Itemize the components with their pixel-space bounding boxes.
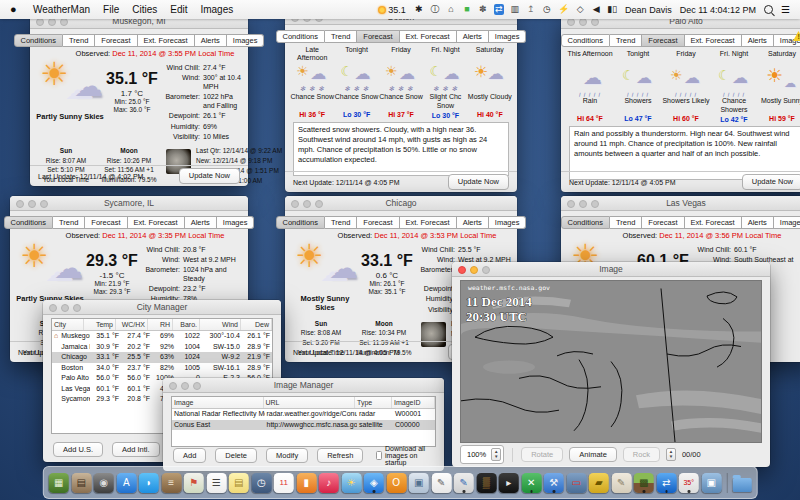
dock-icon[interactable]: ✎	[454, 473, 474, 493]
tab-trend[interactable]: Trend	[325, 216, 357, 229]
boston-window[interactable]: Boston ConditionsTrendForecastExt. Forec…	[285, 10, 517, 192]
spotlight-search-icon[interactable]	[764, 5, 773, 14]
dock-icon[interactable]: ⚒	[544, 473, 564, 493]
dock-icon[interactable]: ✎	[431, 473, 451, 493]
dock-icon[interactable]: ▸	[499, 473, 519, 493]
close-button[interactable]	[16, 200, 24, 208]
zoom-button[interactable]	[40, 200, 48, 208]
menu-item[interactable]: Edit	[170, 4, 187, 15]
dock-icon[interactable]: A	[116, 473, 136, 493]
rotate-button[interactable]: Rotate	[521, 447, 563, 463]
zoom-button[interactable]	[315, 200, 323, 208]
city-row[interactable]: Chicago33.1 °F25.5 °F63%1024W-9.221.9 °F	[52, 352, 272, 363]
tab-forecast[interactable]: Forecast	[95, 34, 137, 47]
city-row[interactable]: Jamaica Plain30.9 °F20.2 °F92%1004SW-15.…	[52, 342, 272, 353]
menu-item[interactable]: WeatherMan	[33, 4, 90, 15]
image-manager-button[interactable]: Refresh	[317, 448, 363, 464]
tab-alerts[interactable]: Alerts	[742, 34, 774, 47]
tab-alerts[interactable]: Alerts	[457, 30, 489, 43]
zoom-button[interactable]	[482, 266, 490, 274]
dock-icon[interactable]: ⚑	[184, 473, 204, 493]
dock-icon[interactable]: ▭	[566, 473, 586, 493]
tab-conditions[interactable]: Conditions	[4, 216, 53, 229]
city-manager-button[interactable]: Add U.S.	[53, 442, 103, 458]
minimize-button[interactable]	[303, 200, 311, 208]
dock-icon[interactable]: 35°	[679, 473, 699, 493]
image-manager-window[interactable]: Image Manager ImageURLTypeImageID Nation…	[163, 378, 444, 471]
dock-icon[interactable]: ◈	[364, 473, 384, 493]
status-menu-icon[interactable]: ◀	[591, 4, 601, 15]
dock-icon[interactable]: ≡	[161, 473, 181, 493]
image-table-header[interactable]: ImageURLTypeImageID	[172, 397, 435, 409]
apple-menu-icon[interactable]	[10, 4, 21, 15]
dock-icon[interactable]: ☰	[206, 473, 226, 493]
animate-button[interactable]: Animate	[569, 447, 617, 463]
close-button[interactable]	[36, 18, 44, 26]
tab-ext-forecast[interactable]: Ext. Forecast	[400, 30, 457, 43]
forecast-summary[interactable]: Scattered snow showers. Cloudy, with a h…	[293, 122, 509, 176]
minimize-button[interactable]	[61, 304, 69, 312]
dock-icon[interactable]: 11	[274, 473, 294, 493]
tab-ext-forecast[interactable]: Ext. Forecast	[685, 34, 742, 47]
zoom-button[interactable]	[60, 18, 68, 26]
window-titlebar[interactable]: City Manager	[43, 300, 281, 315]
update-now-button[interactable]: Update Now	[179, 168, 240, 184]
close-button[interactable]	[458, 266, 466, 274]
tab-ext-forecast[interactable]: Ext. Forecast	[128, 216, 185, 229]
city-row[interactable]: Boston34.0 °F23.7 °F82%1005SW-16.128.9 °…	[52, 363, 272, 374]
dock-icon[interactable]: ▤	[229, 473, 249, 493]
window-titlebar[interactable]: Image	[452, 262, 770, 277]
dock-icon[interactable]: ▰	[589, 473, 609, 493]
zoom-stepper-icon[interactable]	[491, 448, 501, 461]
dock-icon[interactable]: ♪	[319, 473, 339, 493]
frame-stepper-icon[interactable]	[666, 448, 676, 461]
tab-forecast[interactable]: Forecast	[357, 30, 399, 43]
satellite-image[interactable]: weather.msfc.nasa.gov 11 Dec 2014 20:30 …	[460, 280, 762, 443]
menu-item[interactable]: Images	[200, 4, 233, 15]
menu-item[interactable]: File	[103, 4, 119, 15]
dock-icon[interactable]: ▒	[476, 473, 496, 493]
image-row[interactable]: Conus Easthttp://wwwghcc.msfc.nasa.gov/.…	[172, 420, 435, 431]
zoom-button[interactable]	[591, 18, 599, 26]
dock-icon[interactable]: ✎	[611, 473, 631, 493]
dock-icon[interactable]: ☀	[341, 473, 361, 493]
zoom-button[interactable]	[73, 304, 81, 312]
minimize-button[interactable]	[28, 200, 36, 208]
tab-alerts[interactable]: Alerts	[742, 216, 774, 229]
window-titlebar[interactable]: Image Manager	[163, 378, 444, 393]
status-menu-icon[interactable]: ⚡	[558, 4, 569, 15]
minimize-button[interactable]	[579, 18, 587, 26]
tab-forecast[interactable]: Forecast	[85, 216, 127, 229]
notification-center-icon[interactable]: ☰	[781, 4, 790, 15]
rock-button[interactable]: Rock	[623, 447, 660, 463]
status-menu-icon[interactable]: ✱	[414, 4, 424, 15]
tab-alerts[interactable]: Alerts	[457, 216, 489, 229]
dock-icon[interactable]: ▦	[49, 473, 69, 493]
tab-images[interactable]: Images	[227, 34, 265, 47]
tab-alerts[interactable]: Alerts	[185, 216, 217, 229]
status-menu-icon[interactable]: ⌂	[446, 4, 456, 15]
minimize-button[interactable]	[181, 382, 189, 390]
image-row[interactable]: National Radar Reflectivity Mosaicradar.…	[172, 409, 435, 420]
tab-images[interactable]: Images	[217, 216, 255, 229]
tab-trend[interactable]: Trend	[63, 34, 95, 47]
download-startup-checkbox[interactable]: Download all images on startup	[376, 445, 436, 466]
tab-ext-forecast[interactable]: Ext. Forecast	[138, 34, 195, 47]
tab-ext-forecast[interactable]: Ext. Forecast	[400, 216, 457, 229]
close-button[interactable]	[567, 200, 575, 208]
tab-conditions[interactable]: Conditions	[561, 34, 610, 47]
window-titlebar[interactable]: Chicago	[285, 196, 517, 211]
dock-folder-icon[interactable]	[732, 478, 751, 492]
checkbox-icon[interactable]	[376, 451, 382, 460]
tab-trend[interactable]: Trend	[610, 34, 642, 47]
user-menu[interactable]: Dean Davis	[625, 5, 672, 15]
tab-images[interactable]: Images	[774, 216, 800, 229]
tab-forecast[interactable]: Forecast	[642, 34, 684, 47]
palo-alto-window[interactable]: Palo Alto ConditionsTrendForecastExt. Fo…	[561, 14, 800, 192]
image-manager-button[interactable]: Add	[173, 448, 206, 464]
menu-item[interactable]: Cities	[132, 4, 157, 15]
close-button[interactable]	[567, 18, 575, 26]
tab-images[interactable]: Images	[489, 30, 527, 43]
status-menu-icon[interactable]: ▥	[510, 4, 520, 15]
city-table-header[interactable]: CityTempWC/HXRHBaro.WindDew	[52, 319, 272, 331]
